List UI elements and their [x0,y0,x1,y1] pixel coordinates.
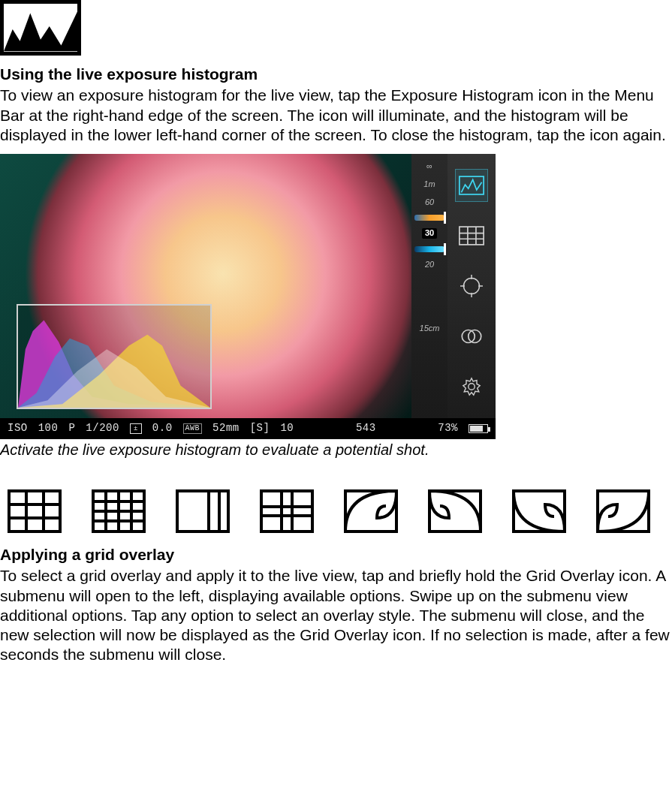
liveview-caption: Activate the live exposure histogram to … [0,441,672,459]
golden-spiral-bl-icon [344,489,398,533]
menubar-histogram-button[interactable] [455,169,488,202]
status-ev: 0.0 [152,422,173,435]
focus-tick-20: 20 [425,260,434,270]
histogram-heading-icon [0,0,81,56]
focus-marker-blue [414,246,444,252]
focus-distance-scale: ∞ 1m 60 30 20 15cm [411,154,447,418]
menubar-focus-button[interactable] [455,270,488,303]
status-focal: 52mm [212,422,240,435]
status-sbracket: [S] [250,422,270,435]
grid-3x3-icon [8,489,62,533]
exposure-comp-icon: ± [130,423,142,434]
status-battery-pct: 73% [438,422,458,435]
svg-rect-1 [460,227,484,245]
gear-icon [461,376,482,397]
focus-tick-15cm: 15cm [420,324,440,334]
status-iso-label: ISO [8,422,28,435]
svg-point-13 [469,384,475,390]
svg-rect-37 [598,491,649,531]
status-iso-value: 100 [38,422,59,435]
svg-rect-34 [345,491,396,531]
focus-ring-icon [460,275,483,297]
status-count2: 543 [356,422,376,435]
focus-tick-inf: ∞ [426,161,432,172]
grid-icon [459,226,484,245]
grid-body: To select a grid overlay and apply it to… [0,566,672,664]
histogram-heading: Using the live exposure histogram [0,65,672,84]
svg-point-6 [464,278,480,294]
golden-spiral-tl-icon [512,489,566,533]
overlap-circles-icon [459,327,484,346]
status-mode: P [68,422,75,435]
golden-ratio-rect-icon [176,489,230,533]
status-shutter: 1/200 [86,422,119,435]
focus-tick-30: 30 [422,228,437,239]
svg-rect-35 [429,491,481,531]
phi-grid-icon [260,489,314,533]
menubar-overlap-button[interactable] [455,320,488,353]
grid-overlay-section: Applying a grid overlay To select a grid… [0,545,672,665]
focus-tick-60: 60 [425,197,434,208]
histogram-overlay [17,304,212,409]
menubar-grid-button[interactable] [455,219,488,252]
histogram-icon [459,176,484,195]
battery-icon [469,424,488,433]
golden-spiral-br-icon [428,489,482,533]
liveview-statusbar: ISO 100 P 1/200 ± 0.0 AWB 52mm [S] 10 54… [0,418,496,439]
status-awb: AWB [183,423,203,435]
menubar-settings-button[interactable] [455,370,488,403]
focus-marker-orange [414,215,444,221]
status-count1: 10 [280,422,294,435]
liveview-menubar [447,154,496,418]
golden-spiral-tr-icon [596,489,650,533]
grid-heading: Applying a grid overlay [0,545,672,565]
liveview-screenshot: ∞ 1m 60 30 20 15cm [0,154,496,439]
focus-tick-1m: 1m [423,179,435,190]
histogram-section: Using the live exposure histogram To vie… [0,65,672,145]
grid-4x4-icon [92,489,146,533]
grid-overlay-icon-row [8,489,672,533]
svg-rect-36 [514,491,565,531]
svg-rect-29 [261,491,312,531]
histogram-body: To view an exposure histogram for the li… [0,86,672,145]
svg-rect-14 [9,491,60,531]
